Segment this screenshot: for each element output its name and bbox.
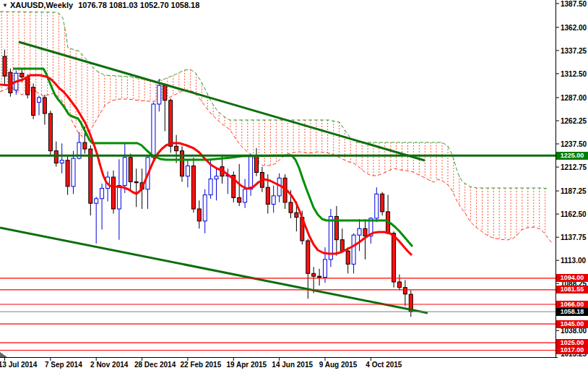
- candle-body-bear: [306, 241, 310, 273]
- ohlc-values: 1076.78 1081.03 1052.70 1058.18: [78, 1, 199, 9]
- candle-bar: [215, 168, 218, 200]
- candle-bar: [283, 174, 287, 209]
- price-tick-label: 1387.50: [561, 0, 588, 8]
- candle-body-bear: [340, 240, 344, 252]
- candle-body-bull: [186, 166, 189, 176]
- candle-bar: [3, 50, 7, 85]
- candle-bar: [95, 197, 98, 244]
- candle-bar: [346, 247, 350, 273]
- price-tick-label: 1162.50: [561, 210, 588, 218]
- candle-body-bull: [272, 196, 275, 205]
- candle-body-bear: [191, 166, 195, 210]
- date-tick-label: 13 Jul 2014: [0, 361, 37, 369]
- candle-body-bull: [215, 176, 218, 179]
- candle-body-bear: [129, 158, 132, 182]
- price-tick-label: 1113.00: [561, 257, 588, 265]
- candle-bar: [409, 291, 412, 317]
- candle-bar: [134, 168, 138, 207]
- candle-body-bull: [38, 98, 41, 102]
- price-level-badge: 1081.55: [556, 286, 588, 293]
- candle-body-bull: [203, 195, 207, 221]
- symbol-marker-icon: ▼: [2, 2, 8, 9]
- candle-bar: [352, 233, 355, 274]
- candle-bar: [318, 269, 321, 286]
- candle-body-bull: [123, 158, 126, 186]
- candle-bar: [340, 228, 344, 252]
- candle-bar: [146, 155, 150, 209]
- date-tick-label: 19 Apr 2015: [226, 361, 267, 369]
- price-level-badge: 1017.00: [556, 346, 588, 354]
- kijun-line: [13, 69, 412, 246]
- candle-bar: [197, 200, 201, 228]
- candle-body-bear: [255, 157, 259, 173]
- support-lines: [0, 278, 555, 351]
- trendline-lower[interactable]: [0, 228, 428, 313]
- price-level-badge: 1094.00: [556, 274, 588, 282]
- candle-body-bear: [112, 177, 116, 209]
- chart-title: ▼XAUUSD,Weekly1076.78 1081.03 1052.70 10…: [2, 1, 199, 9]
- candle-body-bull: [95, 199, 98, 203]
- candle-body-bear: [89, 149, 92, 203]
- date-tick-label: 22 Feb 2015: [181, 361, 222, 369]
- candle-bar: [398, 275, 402, 291]
- candle-body-bear: [175, 146, 178, 150]
- candle-bar: [191, 158, 195, 213]
- candle-body-bull: [157, 85, 161, 104]
- candle-body-bear: [3, 56, 7, 76]
- candle-body-bear: [238, 198, 241, 202]
- candle-bar: [163, 84, 167, 132]
- date-tick-label: 2 Nov 2014: [90, 361, 128, 369]
- candle-body-bear: [163, 85, 167, 100]
- candle-bar: [203, 189, 207, 233]
- candle-bar: [100, 184, 104, 230]
- candle-bar: [181, 146, 184, 181]
- price-tick-label: 1262.25: [561, 117, 588, 125]
- candle-body-bear: [312, 273, 316, 276]
- candle-body-bear: [20, 73, 24, 77]
- candle-body-bull: [209, 179, 212, 195]
- date-tick-label: 28 Dec 2014: [134, 361, 176, 369]
- candle-bar: [60, 143, 64, 173]
- price-tick-label: 1337.25: [561, 47, 588, 55]
- candle-body-bear: [66, 160, 69, 186]
- candle-body-bear: [289, 202, 293, 213]
- price-tick-label: 1362.00: [561, 24, 588, 32]
- candle-body-bear: [318, 276, 321, 277]
- price-tick-label: 1137.75: [561, 233, 588, 241]
- candle-body-bear: [134, 182, 138, 183]
- candle-body-bull: [152, 104, 155, 158]
- candle-bar: [43, 95, 46, 124]
- candle-bar: [32, 84, 35, 119]
- candle-bar: [403, 280, 407, 306]
- candle-bar: [112, 171, 116, 214]
- price-tick-label: 1212.75: [561, 163, 588, 171]
- candle-body-bear: [43, 98, 46, 113]
- chart-window: ▼XAUUSD,Weekly1076.78 1081.03 1052.70 10…: [0, 0, 588, 373]
- candle-body-bear: [403, 288, 407, 294]
- candle-body-bear: [266, 187, 269, 204]
- date-tick-label: 7 Sep 2014: [45, 361, 82, 369]
- date-tick-label: 14 Jun 2015: [272, 361, 313, 369]
- candle-bar: [255, 148, 259, 176]
- candle-bar: [392, 231, 396, 288]
- candle-body-bear: [54, 151, 58, 163]
- candle-bar: [249, 154, 253, 196]
- price-level-badge: 1225.00: [556, 152, 588, 160]
- candle-bar: [272, 186, 275, 213]
- candle-bar: [54, 142, 58, 167]
- candle-body-bear: [83, 142, 87, 149]
- candle-body-bear: [48, 113, 52, 151]
- candle-bar: [38, 95, 41, 115]
- candle-bar: [381, 192, 384, 215]
- candle-bar: [329, 209, 332, 267]
- price-chart-plot[interactable]: [0, 0, 588, 373]
- candle-bar: [358, 219, 361, 251]
- candle-bar: [129, 154, 132, 191]
- date-tick-label: 9 Aug 2015: [319, 361, 357, 369]
- candle-bar: [277, 173, 281, 202]
- senkou-span-bottom-line: [0, 87, 552, 243]
- senkou-span-top-line: [0, 12, 548, 189]
- candle-body-bull: [324, 260, 327, 278]
- scroll-end-marker-icon: [0, 352, 7, 357]
- symbol-period-label: XAUUSD,Weekly: [10, 1, 73, 9]
